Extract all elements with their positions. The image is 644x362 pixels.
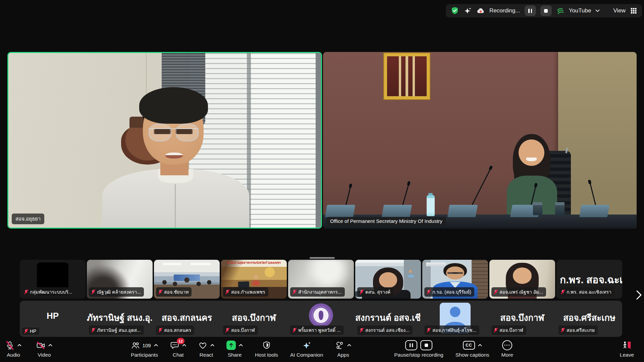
ai-companion-sparkle-icon[interactable] [464,7,472,15]
mic-console [579,205,609,217]
filmstrip-next-button[interactable] [635,288,643,302]
zoom-meeting-window: Recording... YouTube View [0,0,644,362]
participant-tile[interactable]: พริ้มเพรา พูลสวัสดิ์ ... [288,301,354,337]
leave-door-icon [622,340,632,350]
pause-stop-recording-button[interactable]: Pause/stop recording [394,339,443,358]
participant-tile[interactable]: ณัฐวุฒิ คล้ายสงครา... [87,260,153,299]
more-button[interactable]: ··· More [501,339,513,358]
muted-mic-icon [560,327,565,333]
share-button[interactable]: Share [226,339,243,358]
view-button-label[interactable]: View [613,7,626,14]
participant-tile[interactable]: ก.รอ. (สอจ.บุรีรัมย์) [422,260,488,299]
ministry-logo-avatar [309,303,333,327]
video-button[interactable]: Video [36,339,52,358]
muted-mic-icon [560,289,565,295]
participant-tile[interactable]: ก.พร. สอจ.ฉะเชิง... ก.พร. สอจ.ฉะเชิงเทรา [556,260,622,299]
chevron-up-icon[interactable] [239,344,243,347]
chevron-up-icon[interactable] [48,344,52,347]
participant-tile[interactable]: สอจ.ศรีสะเกษ สอจ.ศรีสะเกษ [556,301,622,337]
participant-tile[interactable]: ตสน. สุรางค์ [355,260,421,299]
participant-tile[interactable]: สำนักงานอุตสาหกรรมจังหวัดกำแพงเพชร สอจ.ก… [221,260,287,299]
participant-tile[interactable]: HP HP [20,301,86,337]
tumbler [555,202,565,216]
chevron-up-icon[interactable] [347,344,351,347]
tumbler [533,202,542,216]
filmstrip-resize-handle[interactable] [310,257,335,259]
muted-mic-icon [359,289,364,295]
muted-mic-icon [225,327,229,333]
participant-tile[interactable]: สอจ.กาฬสินธุ์-สโรช... [422,301,488,337]
speaker-room-scene [8,53,321,228]
participant-filmstrip-row2: HP HP ภัทรานิษฐ์ สนง.อุ... ภัทรานิษฐ์ สน… [20,301,622,337]
top-status-bar: Recording... YouTube View [446,4,642,17]
muted-mic-icon [91,327,95,333]
participant-tile[interactable]: กลุ่มพัฒนาระบบบริ... [20,260,86,299]
shield-icon [262,341,271,350]
woman-face [519,139,544,166]
muted-mic-icon [5,341,14,350]
participants-count: 109 [143,343,151,348]
muted-mic-icon [493,327,498,333]
participant-tile[interactable]: สอจ.บึงกาฬ สอจ.บึงกาฬ [489,301,555,337]
muted-mic-icon [91,289,95,295]
participant-name-pill: Office of Permanent Secretary Ministry O… [326,217,446,225]
secondary-video[interactable]: Office of Permanent Secretary Ministry O… [323,52,637,229]
live-stream-icon [555,6,565,16]
meeting-room-scene [323,52,637,229]
stop-recording-button[interactable] [540,5,552,16]
muted-mic-icon [158,327,162,333]
chevron-right-icon [636,290,642,300]
muted-mic-icon [24,328,28,334]
muted-mic-icon [292,327,297,333]
active-speaker-video[interactable]: สอจ.อยุธยา [7,52,322,229]
participant-tile[interactable]: สำนักงานอุตสาหกร... [288,260,354,299]
royal-portrait-frame [384,53,430,99]
participant-tile[interactable]: สอจ.ชัยนาท [154,260,220,299]
pause-recording-icon [405,340,417,350]
chat-unread-badge: 12 [177,338,184,344]
participants-icon [131,341,140,350]
audio-button[interactable]: Audio [5,339,21,358]
participant-tile[interactable]: สงกรานต์ อสจ.เชี... สงกรานต์ อสจ.เชียง..… [355,301,421,337]
participant-tile[interactable]: สอจ.สกลนคร สอจ.สกลนคร [154,301,220,337]
participant-name-pill: สอจ.อยุธยา [12,214,44,224]
participants-button[interactable]: 109 Participants [131,339,158,358]
apps-button[interactable]: Apps [335,339,351,358]
muted-mic-icon [359,327,364,333]
participant-tile[interactable]: สอจ.บึงกาฬ สอจ.บึงกาฬ [221,301,287,337]
chevron-up-icon[interactable] [210,344,214,347]
ai-sparkle-icon [302,341,311,350]
mic-console [325,205,356,217]
leave-button[interactable]: Leave [620,339,634,358]
participant-filmstrip-row1: กลุ่มพัฒนาระบบบริ... ณัฐวุฒิ คล้ายสงครา.… [20,260,622,299]
muted-mic-icon [493,289,498,295]
chevron-up-icon[interactable] [17,344,21,347]
security-shield-icon[interactable] [450,6,459,15]
react-button[interactable]: React [198,339,214,358]
heart-icon [198,341,207,350]
apps-icon [335,341,344,350]
chevron-down-icon[interactable] [595,9,600,12]
stream-service-label[interactable]: YouTube [569,7,591,14]
ai-companion-button[interactable]: AI Companion [290,339,323,358]
muted-mic-icon [24,289,28,295]
participant-tile[interactable]: สอจ.แพร่ ณัฐชา อัม... [489,260,555,299]
cloud-recording-icon [476,7,485,14]
muted-mic-icon [158,289,162,295]
view-grid-icon[interactable] [630,7,637,14]
more-dots-icon: ··· [502,340,512,350]
meeting-toolbar: Audio Video 109 Participants 12 [0,337,644,362]
chat-button[interactable]: 12 Chat [170,339,186,358]
pause-recording-button[interactable] [525,5,536,16]
mic-console [381,205,412,217]
office-banner-text: สำนักงานอุตสาหกรรมจังหวัดกำแพงเพชร [221,260,287,265]
chevron-up-icon[interactable] [478,344,482,347]
host-tools-button[interactable]: Host tools [255,339,278,358]
mic-console [447,205,478,217]
chevron-up-icon[interactable] [154,344,158,347]
chevron-up-icon[interactable] [182,344,186,347]
speaker-body [102,169,249,228]
show-captions-button[interactable]: CC Show captions [455,339,489,358]
participant-tile[interactable]: ภัทรานิษฐ์ สนง.อุ... ภัทรานิษฐ์ สนง.อุตส… [87,301,153,337]
water-bottle [427,195,435,216]
